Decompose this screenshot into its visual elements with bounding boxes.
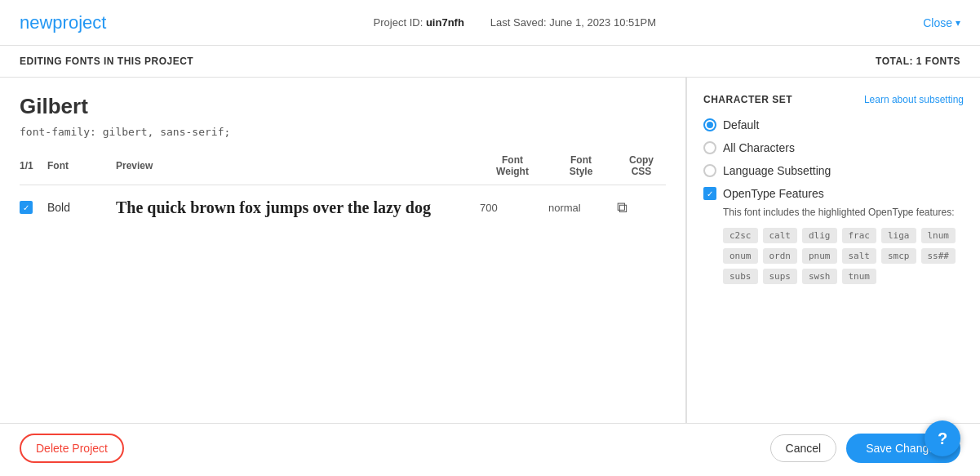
checkbox-opentype[interactable]: ✓ OpenType Features bbox=[703, 187, 964, 200]
feature-tag-ordn: ordn bbox=[763, 248, 798, 264]
radio-all-characters-label: All Characters bbox=[723, 141, 795, 154]
close-button[interactable]: Close ▾ bbox=[923, 16, 960, 29]
delete-project-button[interactable]: Delete Project bbox=[20, 434, 124, 463]
col-index: 1/1 bbox=[20, 160, 44, 171]
radio-language-subsetting[interactable]: Language Subsetting bbox=[703, 164, 964, 177]
col-copy: CopyCSS bbox=[617, 154, 666, 178]
nav-center: Project ID: uin7nfh Last Saved: June 1, … bbox=[374, 16, 656, 29]
char-set-header: CHARACTER SET Learn about subsetting bbox=[703, 94, 964, 105]
feature-tags-container: c2sc calt dlig frac liga lnum onum ordn … bbox=[723, 228, 964, 284]
checkbox-opentype-label: OpenType Features bbox=[723, 187, 824, 200]
feature-tag-sups: sups bbox=[763, 269, 798, 284]
feature-tag-onum: onum bbox=[723, 248, 758, 264]
feature-tag-frac: frac bbox=[842, 228, 877, 243]
last-saved: Last Saved: June 1, 2023 10:51PM bbox=[490, 16, 656, 29]
font-name: Gilbert bbox=[20, 94, 666, 119]
table-header: 1/1 Font Preview FontWeight FontStyle Co… bbox=[20, 154, 666, 185]
cancel-button[interactable]: Cancel bbox=[770, 434, 837, 462]
col-font: Font bbox=[47, 160, 113, 171]
radio-language-subsetting-label: Language Subsetting bbox=[723, 164, 831, 177]
feature-tag-smcp: smcp bbox=[881, 248, 916, 264]
checkbox-opentype-input[interactable]: ✓ bbox=[703, 187, 716, 200]
copy-css-icon[interactable]: ⧉ bbox=[617, 199, 666, 216]
app-title: newproject bbox=[20, 12, 106, 33]
chevron-down-icon: ▾ bbox=[956, 17, 960, 29]
feature-tag-ss##: ss## bbox=[921, 248, 956, 264]
top-nav: newproject Project ID: uin7nfh Last Save… bbox=[0, 0, 980, 46]
feature-tag-pnum: pnum bbox=[802, 248, 837, 264]
footer: Delete Project Cancel Save Changes bbox=[0, 423, 980, 472]
feature-tag-calt: calt bbox=[763, 228, 798, 243]
left-panel: Gilbert font-family: gilbert, sans-serif… bbox=[0, 78, 685, 423]
font-style-value: normal bbox=[548, 202, 614, 214]
col-weight: FontWeight bbox=[480, 154, 545, 178]
total-fonts-label: TOTAL: 1 FONTS bbox=[876, 56, 960, 67]
radio-all-characters-input[interactable] bbox=[703, 141, 716, 154]
editing-label: EDITING FONTS IN THIS PROJECT bbox=[20, 56, 193, 67]
opentype-note: This font includes the highlighted OpenT… bbox=[723, 207, 964, 218]
project-id: Project ID: uin7nfh bbox=[374, 16, 464, 29]
feature-tag-liga: liga bbox=[881, 228, 916, 243]
font-weight-value: 700 bbox=[480, 202, 545, 214]
right-panel: CHARACTER SET Learn about subsetting Def… bbox=[686, 78, 980, 423]
feature-tag-tnum: tnum bbox=[842, 269, 877, 284]
radio-all-characters[interactable]: All Characters bbox=[703, 141, 964, 154]
table-row: ✓ Bold The quick brown fox jumps over th… bbox=[20, 192, 666, 224]
feature-tag-swsh: swsh bbox=[802, 269, 837, 284]
char-set-title: CHARACTER SET bbox=[703, 94, 792, 105]
font-style-name: Bold bbox=[47, 201, 113, 214]
main-content: Gilbert font-family: gilbert, sans-serif… bbox=[0, 78, 980, 423]
help-button[interactable]: ? bbox=[925, 420, 960, 456]
col-preview: Preview bbox=[116, 160, 477, 171]
feature-tag-lnum: lnum bbox=[921, 228, 956, 243]
radio-language-subsetting-input[interactable] bbox=[703, 164, 716, 177]
font-checkbox[interactable]: ✓ bbox=[20, 201, 33, 214]
sub-header: EDITING FONTS IN THIS PROJECT TOTAL: 1 F… bbox=[0, 46, 980, 78]
font-preview: The quick brown fox jumps over the lazy … bbox=[116, 198, 477, 217]
radio-default[interactable]: Default bbox=[703, 118, 964, 131]
radio-default-input[interactable] bbox=[703, 118, 716, 131]
radio-default-label: Default bbox=[723, 118, 759, 131]
col-style: FontStyle bbox=[548, 154, 614, 178]
feature-tag-subs: subs bbox=[723, 269, 758, 284]
feature-tag-salt: salt bbox=[842, 248, 877, 264]
learn-link[interactable]: Learn about subsetting bbox=[864, 94, 964, 105]
feature-tag-c2sc: c2sc bbox=[723, 228, 758, 243]
feature-tag-dlig: dlig bbox=[802, 228, 837, 243]
font-css-rule: font-family: gilbert, sans-serif; bbox=[20, 126, 666, 138]
